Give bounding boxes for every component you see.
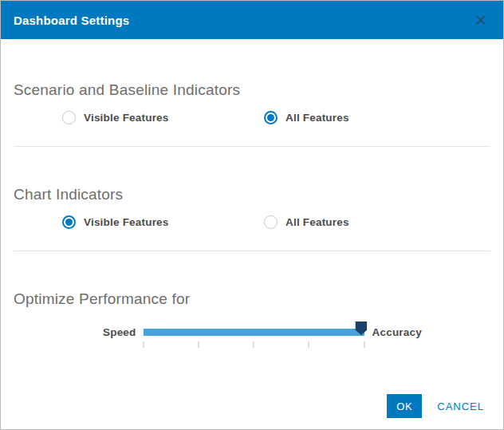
section-divider (14, 146, 490, 147)
radio-button-icon[interactable] (264, 215, 278, 229)
dialog-content: Scenario and Baseline Indicators Visible… (1, 39, 503, 339)
slider-track-wrap (144, 325, 364, 339)
radio-option-all-features[interactable]: All Features (215, 215, 349, 229)
radio-option-all-features[interactable]: All Features (215, 111, 349, 124)
radio-group-chart-indicators: Visible Features All Features (14, 215, 490, 229)
slider-max-label: Accuracy (372, 326, 422, 338)
radio-option-visible-features[interactable]: Visible Features (14, 215, 215, 229)
radio-option-visible-features[interactable]: Visible Features (14, 111, 215, 124)
slider-min-label: Speed (103, 326, 136, 338)
slider-tick (254, 341, 254, 348)
slider-ticks (144, 341, 364, 348)
radio-label: Visible Features (84, 216, 169, 228)
slider-track[interactable] (144, 329, 364, 336)
radio-label: All Features (285, 112, 349, 124)
slider-tick (198, 341, 199, 348)
radio-button-icon[interactable] (62, 111, 76, 124)
dialog-footer: OK CANCEL (387, 394, 484, 418)
ok-button[interactable]: OK (387, 394, 422, 418)
radio-button-icon[interactable] (62, 215, 76, 229)
slider-tick (309, 341, 309, 348)
radio-button-icon[interactable] (264, 111, 278, 124)
section-heading-optimize-performance: Optimize Performance for (14, 290, 490, 308)
section-heading-chart-indicators: Chart Indicators (14, 186, 490, 203)
slider-tick (364, 341, 364, 348)
close-icon[interactable]: ✕ (470, 10, 492, 31)
performance-slider: Speed Accuracy (103, 325, 490, 339)
dialog-title: Dashboard Settings (14, 14, 470, 27)
section-heading-scenario-baseline: Scenario and Baseline Indicators (14, 39, 490, 99)
section-divider (14, 251, 490, 251)
radio-group-scenario-baseline: Visible Features All Features (14, 111, 490, 124)
slider-tick (143, 341, 144, 348)
radio-label: All Features (285, 216, 349, 228)
dialog-header: Dashboard Settings ✕ (1, 1, 503, 39)
dashboard-settings-dialog: Dashboard Settings ✕ Scenario and Baseli… (0, 0, 504, 430)
cancel-button[interactable]: CANCEL (437, 400, 484, 412)
radio-label: Visible Features (84, 112, 169, 124)
